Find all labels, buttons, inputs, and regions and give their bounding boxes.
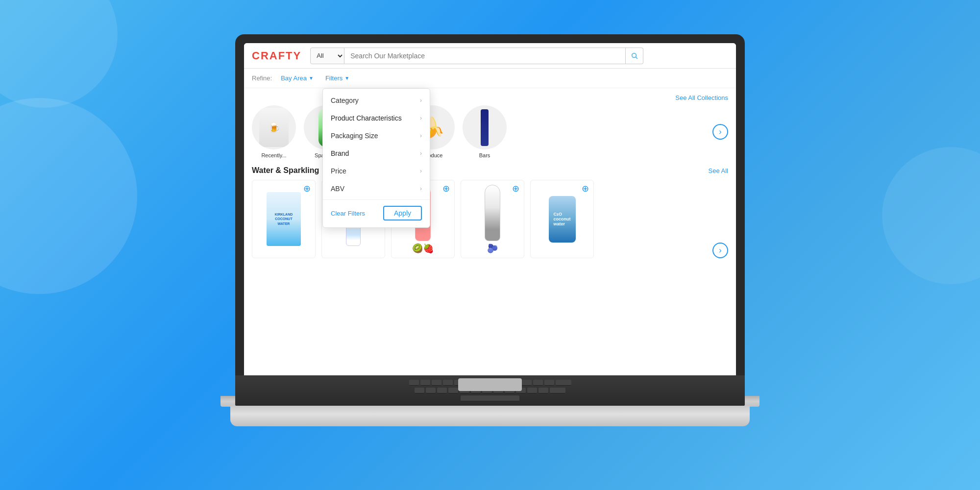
collections-next-arrow[interactable]: › [712,124,728,140]
collection-item-bars[interactable]: Bars [463,105,507,158]
dropdown-item-brand[interactable]: Brand › [323,145,430,162]
key [522,380,532,386]
search-button[interactable] [626,48,643,64]
collection-item-recently[interactable]: 🍺 Recently... [252,105,296,158]
collection-img-recently: 🍺 [259,108,289,147]
collection-label-bars: Bars [479,152,490,158]
price-chevron-icon: › [420,168,422,174]
svg-line-1 [636,57,637,59]
collection-img-bars [481,109,489,146]
product-img-kirkland: KIRKLANDCOCONUTWATER [267,192,301,246]
dropdown-item-price[interactable]: Price › [323,162,430,180]
collection-label-recently: Recently... [261,152,286,158]
content-area: See All Collections 🍺 Recently... [244,88,736,264]
clear-filters-button[interactable]: Clear Filters [331,210,365,217]
add-hint-sparkling-button[interactable]: ⊕ [510,183,521,194]
filters-label: Filters [325,74,343,82]
svg-point-0 [632,53,636,57]
add-c2o-button[interactable]: ⊕ [580,183,590,194]
product-img-c2o: C₂Ococonutwater [549,196,576,243]
category-chevron-icon: › [420,97,422,104]
key [539,388,548,393]
filters-arrow-icon: ▼ [344,75,349,81]
keyboard-row-3 [461,395,519,401]
product-img-hint-sparkling-group: 🫐 [485,185,500,254]
product-img-hint-sparkling [485,185,500,241]
refine-label: Refine: [252,74,272,82]
filters-dropdown: Category › Product Characteristics › Pac… [322,88,430,228]
key [544,380,554,386]
dropdown-item-packaging-size[interactable]: Packaging Size › [323,127,430,145]
laptop-bottom [230,406,750,426]
key [409,380,419,386]
water-sparkling-see-all[interactable]: See All [709,167,728,174]
key-backspace [556,380,571,386]
apply-button[interactable]: Apply [383,206,422,220]
search-bar: All [310,48,643,64]
product-char-chevron-icon: › [420,115,422,122]
category-label: Category [331,97,359,104]
key [432,380,441,386]
search-category-select[interactable]: All [310,48,344,64]
add-kirkland-button[interactable]: ⊕ [301,183,312,194]
hint-fruit-icon: 🥝🍓 [412,243,434,254]
dropdown-actions: Clear Filters Apply [323,202,430,224]
refine-bar: Refine: Bay Area ▼ Filters ▼ Category › [244,69,736,88]
screen-content: CRAFTY All Refine: [244,43,736,377]
brand-chevron-icon: › [420,150,422,157]
key [527,388,537,393]
sparkling-fruit-icon: 🫐 [487,243,498,254]
water-sparkling-title: Water & Sparkling [252,166,319,175]
laptop-touchpad [458,378,522,391]
location-arrow-icon: ▼ [309,75,314,81]
abv-label: ABV [331,185,344,193]
see-all-collections-link[interactable]: See All Collections [675,94,728,101]
brand-logo: CRAFTY [252,49,301,62]
key [426,388,436,393]
abv-chevron-icon: › [420,185,422,192]
dropdown-item-category[interactable]: Category › [323,92,430,109]
price-label: Price [331,167,346,175]
location-label: Bay Area [281,74,307,82]
key [533,380,543,386]
key-enter [550,388,565,393]
laptop-frame: CRAFTY All Refine: [220,34,760,456]
product-card-c2o[interactable]: ⊕ C₂Ococonutwater [530,180,594,258]
brand-label: Brand [331,149,349,157]
product-card-hint-sparkling[interactable]: ⊕ 🫐 [461,180,524,258]
collection-circle-recently: 🍺 [252,105,296,149]
packaging-size-label: Packaging Size [331,132,378,140]
key [448,388,458,393]
products-next-arrow[interactable]: › [712,243,728,258]
key [437,388,447,393]
app-header: CRAFTY All [244,43,736,69]
packaging-chevron-icon: › [420,132,422,139]
product-characteristics-label: Product Characteristics [331,114,402,122]
dropdown-divider [323,199,430,200]
filters-btn[interactable]: Filters ▼ [322,73,352,83]
key-space [461,395,519,401]
product-card-kirkland[interactable]: ⊕ KIRKLANDCOCONUTWATER [252,180,316,258]
screen-border: CRAFTY All Refine: [235,34,745,377]
location-filter-btn[interactable]: Bay Area ▼ [278,73,317,83]
search-icon [631,52,638,60]
add-hint-button[interactable]: ⊕ [441,183,451,194]
collection-circle-bars [463,105,507,149]
dropdown-item-abv[interactable]: ABV › [323,180,430,197]
key [420,380,430,386]
search-input[interactable] [344,48,626,64]
dropdown-item-product-characteristics[interactable]: Product Characteristics › [323,109,430,127]
key [415,388,424,393]
key [443,380,453,386]
